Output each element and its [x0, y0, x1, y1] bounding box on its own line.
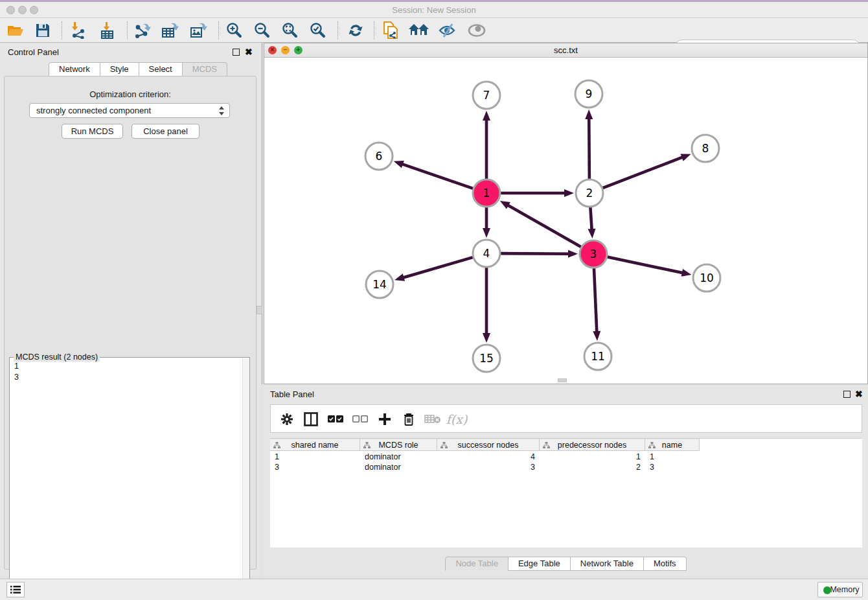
- table-cell[interactable]: 1: [540, 452, 645, 462]
- network-window-title: scc.txt: [264, 45, 867, 55]
- edge-arrowhead: [394, 161, 404, 168]
- home-layout-icon[interactable]: [409, 21, 429, 40]
- memory-label: Memory: [830, 585, 859, 594]
- edge-3-11[interactable]: [594, 268, 597, 333]
- edge-arrowhead: [483, 111, 490, 121]
- titlebar: Session: New Session: [0, 2, 868, 18]
- panel-divider-handle[interactable]: [257, 306, 262, 314]
- tab-network-table[interactable]: Network Table: [571, 557, 644, 571]
- zoom-in-icon[interactable]: [224, 21, 245, 40]
- refresh-icon[interactable]: [345, 21, 366, 40]
- table-float-panel-icon[interactable]: [843, 391, 851, 398]
- edge-arrowhead: [568, 250, 578, 258]
- export-network-icon[interactable]: [132, 21, 153, 40]
- table-cell[interactable]: 3: [270, 462, 360, 472]
- column-header-name[interactable]: name: [645, 439, 700, 451]
- table-cell[interactable]: dominator: [360, 452, 437, 462]
- panel-divider[interactable]: [262, 43, 262, 384]
- graph-node-label: 3: [590, 248, 597, 260]
- edge-4-14[interactable]: [402, 257, 473, 278]
- list-icon: [10, 585, 21, 594]
- delete-columns-icon[interactable]: [399, 410, 418, 429]
- network-graph-canvas[interactable]: 1234678910111415: [264, 58, 867, 384]
- import-table-icon[interactable]: [97, 21, 117, 40]
- tab-node-table[interactable]: Node Table: [445, 557, 508, 571]
- import-network-icon[interactable]: [67, 21, 88, 40]
- result-scrollbar[interactable]: [242, 358, 249, 598]
- export-table-icon[interactable]: [160, 21, 181, 40]
- run-mcds-button[interactable]: Run MCDS: [62, 124, 123, 139]
- close-panel-button[interactable]: Close panel: [131, 124, 200, 139]
- tab-network[interactable]: Network: [49, 62, 100, 76]
- window-title: Session: New Session: [0, 5, 868, 15]
- show-all-icon[interactable]: [466, 21, 487, 40]
- edge-4-3[interactable]: [501, 253, 570, 254]
- column-header-predecessor-nodes[interactable]: predecessor nodes: [540, 439, 645, 451]
- edge-arrowhead: [483, 228, 490, 238]
- tab-select[interactable]: Select: [139, 62, 183, 76]
- edge-3-1[interactable]: [507, 205, 581, 247]
- mcds-result-box: MCDS result (2 nodes) 1 3: [9, 357, 250, 599]
- edge-2-8[interactable]: [603, 157, 684, 188]
- network-resize-handle[interactable]: [558, 378, 567, 382]
- tab-motifs[interactable]: Motifs: [644, 557, 687, 571]
- close-panel-icon[interactable]: ✖: [245, 49, 253, 56]
- tab-style[interactable]: Style: [100, 62, 139, 76]
- column-header-shared-name[interactable]: shared name: [270, 439, 360, 451]
- graph-node-label: 1: [483, 187, 490, 200]
- edge-1-6[interactable]: [401, 164, 473, 189]
- graph-node-label: 9: [586, 87, 593, 100]
- node-table[interactable]: shared nameMCDS rolesuccessor nodesprede…: [270, 438, 862, 548]
- select-all-columns-icon[interactable]: [326, 410, 345, 429]
- zoom-fit-icon[interactable]: [280, 21, 301, 40]
- edge-2-3[interactable]: [590, 207, 591, 231]
- graph-node-label: 8: [702, 142, 709, 155]
- edge-2-9[interactable]: [589, 117, 589, 179]
- toolbar-separator: [127, 21, 128, 40]
- table-cell[interactable]: 3: [645, 462, 700, 472]
- graph-node-label: 4: [483, 247, 490, 260]
- mcds-result-title: MCDS result (2 nodes): [14, 352, 100, 362]
- float-panel-icon[interactable]: [233, 49, 240, 56]
- table-options-icon[interactable]: [277, 410, 297, 429]
- criterion-select[interactable]: strongly connected component: [29, 103, 230, 118]
- unselect-all-columns-icon[interactable]: [350, 410, 370, 429]
- column-header-MCDS-role[interactable]: MCDS role: [360, 439, 437, 451]
- edge-3-10[interactable]: [608, 257, 684, 273]
- cytoscape-window: Session: New Session: [0, 0, 868, 600]
- copy-network-icon[interactable]: [381, 21, 402, 40]
- table-cell[interactable]: dominator: [360, 462, 437, 472]
- memory-button[interactable]: Memory: [817, 582, 863, 597]
- hide-selected-icon[interactable]: [437, 21, 458, 40]
- status-bar: Memory: [0, 579, 868, 600]
- table-cell[interactable]: 3: [437, 462, 540, 472]
- function-builder-icon[interactable]: f(x): [447, 410, 466, 429]
- graph-node-label: 2: [586, 187, 593, 200]
- show-columns-icon[interactable]: [301, 410, 321, 429]
- table-cell[interactable]: 2: [540, 462, 645, 472]
- zoom-out-icon[interactable]: [252, 21, 273, 40]
- table-panel: Table Panel ✖ f(x): [264, 386, 868, 576]
- task-history-button[interactable]: [6, 582, 25, 597]
- open-session-icon[interactable]: [5, 21, 26, 40]
- table-cell[interactable]: 4: [437, 452, 540, 462]
- zoom-selected-icon[interactable]: [308, 21, 328, 40]
- delete-table-icon[interactable]: [423, 410, 442, 429]
- table-cell[interactable]: 1: [270, 452, 360, 462]
- toolbar-separator: [337, 21, 338, 40]
- add-column-icon[interactable]: [375, 410, 394, 429]
- tab-edge-table[interactable]: Edge Table: [508, 557, 571, 571]
- tab-mcds[interactable]: MCDS: [183, 62, 227, 76]
- control-panel-title: Control Panel: [8, 47, 59, 57]
- export-image-icon[interactable]: [188, 21, 209, 40]
- table-cell[interactable]: 1: [645, 452, 700, 462]
- table-close-panel-icon[interactable]: ✖: [855, 391, 863, 398]
- control-panel-tabs: NetworkStyleSelectMCDS: [49, 62, 227, 76]
- mcds-tab-content: Optimization criterion: strongly connect…: [4, 76, 257, 570]
- memory-status-icon: [823, 586, 831, 594]
- save-session-icon[interactable]: [32, 21, 53, 40]
- graph-node-label: 6: [376, 150, 383, 163]
- toolbar-separator: [374, 21, 374, 40]
- main-toolbar: [0, 18, 868, 43]
- column-header-successor-nodes[interactable]: successor nodes: [437, 439, 540, 451]
